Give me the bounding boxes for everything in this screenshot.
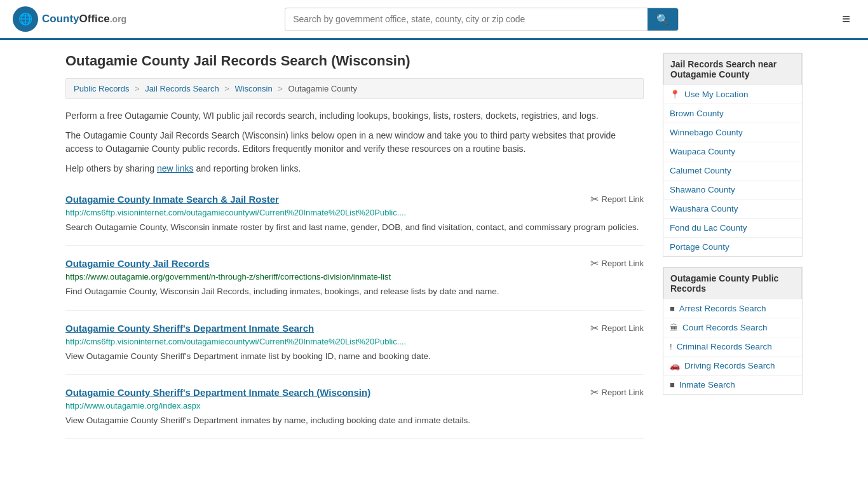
- report-link-0[interactable]: ✂ Report Link: [590, 193, 644, 205]
- public-record-icon-0: ■: [670, 304, 675, 313]
- scissors-icon-0: ✂: [590, 193, 599, 205]
- breadcrumb-sep-2: >: [224, 84, 229, 93]
- use-location-item[interactable]: Use My Location: [663, 85, 802, 104]
- result-desc-0: Search Outagamie County, Wisconsin inmat…: [65, 221, 644, 234]
- breadcrumb-sep-3: >: [278, 84, 283, 93]
- desc-para-3: Help others by sharing new links and rep…: [65, 162, 644, 175]
- public-record-item-1[interactable]: 🏛 Court Records Search: [663, 318, 802, 337]
- use-location-link[interactable]: Use My Location: [684, 90, 749, 99]
- logo-office: Office: [79, 13, 110, 25]
- public-record-icon-4: ■: [670, 380, 675, 390]
- result-url-2: http://cms6ftp.visioninternet.com/outaga…: [65, 337, 644, 346]
- public-record-item-4[interactable]: ■ Inmate Search: [663, 375, 802, 394]
- report-link-2[interactable]: ✂ Report Link: [590, 322, 644, 334]
- result-item: Outagamie County Sheriff's Department In…: [65, 375, 644, 439]
- result-url-0: http://cms6ftp.visioninternet.com/outaga…: [65, 208, 644, 217]
- breadcrumb-wisconsin[interactable]: Wisconsin: [234, 84, 272, 93]
- search-bar: 🔍: [285, 8, 679, 31]
- hamburger-icon: ≡: [842, 11, 850, 27]
- logo-org: .org: [110, 14, 126, 24]
- header: 🌐 CountyOffice.org 🔍 ≡: [0, 0, 868, 40]
- search-icon: 🔍: [656, 14, 669, 25]
- report-label-1: Report Link: [602, 259, 644, 268]
- public-record-link-3[interactable]: Driving Records Search: [684, 361, 775, 370]
- breadcrumb-jail-records[interactable]: Jail Records Search: [145, 84, 219, 93]
- desc-para-1: Perform a free Outagamie County, WI publ…: [65, 109, 644, 123]
- report-label-3: Report Link: [602, 388, 644, 397]
- public-record-link-0[interactable]: Arrest Records Search: [679, 304, 766, 313]
- nearby-section: Jail Records Search near Outagamie Count…: [663, 53, 803, 257]
- public-record-item-2[interactable]: ! Criminal Records Search: [663, 337, 802, 356]
- public-records-title: Outagamie County Public Records: [663, 268, 802, 299]
- result-desc-3: View Outagamie County Sheriff's Departme…: [65, 414, 644, 427]
- result-desc-2: View Outagamie County Sheriff's Departme…: [65, 350, 644, 363]
- result-url-1: https://www.outagamie.org/government/n-t…: [65, 272, 644, 281]
- nearby-item-6[interactable]: Fond du Lac County: [663, 218, 802, 237]
- nearby-item-5[interactable]: Waushara County: [663, 199, 802, 218]
- result-title-0[interactable]: Outagamie County Inmate Search & Jail Ro…: [65, 194, 279, 205]
- search-input[interactable]: [285, 9, 648, 29]
- result-desc-1: Find Outagamie County, Wisconsin Jail Re…: [65, 285, 644, 298]
- desc3-prefix: Help others by sharing: [65, 163, 157, 173]
- location-pin-icon: [670, 90, 680, 99]
- report-label-2: Report Link: [602, 323, 644, 333]
- scissors-icon-2: ✂: [590, 322, 599, 334]
- layout: Outagamie County Jail Records Search (Wi…: [53, 40, 815, 452]
- breadcrumb: Public Records > Jail Records Search > W…: [65, 78, 644, 99]
- nearby-item-0[interactable]: Brown County: [663, 104, 802, 123]
- result-title-3[interactable]: Outagamie County Sheriff's Department In…: [65, 387, 370, 398]
- nearby-item-1[interactable]: Winnebago County: [663, 123, 802, 142]
- result-item: Outagamie County Sheriff's Department In…: [65, 311, 644, 375]
- nearby-item-7[interactable]: Portage County: [663, 237, 802, 256]
- result-title-2[interactable]: Outagamie County Sheriff's Department In…: [65, 323, 314, 334]
- nearby-link-6[interactable]: Fond du Lac County: [670, 223, 747, 233]
- logo-county: County: [42, 13, 79, 25]
- breadcrumb-current: Outagamie County: [288, 84, 357, 93]
- result-url-3: http://www.outagamie.org/index.aspx: [65, 401, 644, 410]
- public-record-link-4[interactable]: Inmate Search: [679, 380, 735, 390]
- breadcrumb-public-records[interactable]: Public Records: [74, 84, 129, 93]
- report-link-3[interactable]: ✂ Report Link: [590, 386, 644, 398]
- nearby-item-2[interactable]: Waupaca County: [663, 142, 802, 161]
- nearby-link-0[interactable]: Brown County: [670, 109, 724, 118]
- scissors-icon-3: ✂: [590, 386, 599, 398]
- nearby-title: Jail Records Search near Outagamie Count…: [663, 53, 802, 85]
- sidebar: Jail Records Search near Outagamie Count…: [663, 53, 803, 439]
- public-record-item-0[interactable]: ■ Arrest Records Search: [663, 299, 802, 318]
- nearby-link-2[interactable]: Waupaca County: [670, 147, 735, 156]
- public-record-icon-3: 🚗: [670, 361, 680, 370]
- nearby-link-5[interactable]: Waushara County: [670, 204, 738, 214]
- public-record-link-2[interactable]: Criminal Records Search: [677, 342, 772, 351]
- nearby-link-3[interactable]: Calumet County: [670, 166, 731, 175]
- result-title-1[interactable]: Outagamie County Jail Records: [65, 258, 210, 269]
- report-link-1[interactable]: ✂ Report Link: [590, 257, 644, 269]
- logo-icon: 🌐: [13, 6, 38, 32]
- nearby-list: Brown CountyWinnebago CountyWaupaca Coun…: [663, 104, 802, 256]
- search-button[interactable]: 🔍: [648, 8, 678, 30]
- report-label-0: Report Link: [602, 194, 644, 204]
- logo-text: CountyOffice.org: [42, 13, 126, 25]
- public-record-icon-1: 🏛: [670, 323, 678, 332]
- public-record-icon-2: !: [670, 342, 672, 351]
- main-content: Outagamie County Jail Records Search (Wi…: [65, 53, 644, 439]
- page-title: Outagamie County Jail Records Search (Wi…: [65, 53, 644, 69]
- breadcrumb-sep-1: >: [135, 84, 140, 93]
- desc-para-2: The Outagamie County Jail Records Search…: [65, 129, 644, 156]
- nearby-item-4[interactable]: Shawano County: [663, 180, 802, 199]
- menu-button[interactable]: ≡: [837, 8, 855, 30]
- nearby-link-7[interactable]: Portage County: [670, 242, 729, 252]
- nearby-link-4[interactable]: Shawano County: [670, 185, 735, 194]
- public-records-section: Outagamie County Public Records ■ Arrest…: [663, 267, 803, 395]
- nearby-item-3[interactable]: Calumet County: [663, 161, 802, 180]
- new-links-link[interactable]: new links: [157, 163, 194, 173]
- results-list: Outagamie County Inmate Search & Jail Ro…: [65, 182, 644, 439]
- public-record-item-3[interactable]: 🚗 Driving Records Search: [663, 356, 802, 375]
- logo[interactable]: 🌐 CountyOffice.org: [13, 6, 126, 32]
- result-item: Outagamie County Inmate Search & Jail Ro…: [65, 182, 644, 246]
- nearby-link-1[interactable]: Winnebago County: [670, 128, 743, 137]
- result-item: Outagamie County Jail Records ✂ Report L…: [65, 246, 644, 310]
- public-records-list: ■ Arrest Records Search 🏛 Court Records …: [663, 299, 802, 394]
- scissors-icon-1: ✂: [590, 257, 599, 269]
- public-record-link-1[interactable]: Court Records Search: [682, 323, 768, 332]
- desc3-suffix: and reporting broken links.: [194, 163, 301, 173]
